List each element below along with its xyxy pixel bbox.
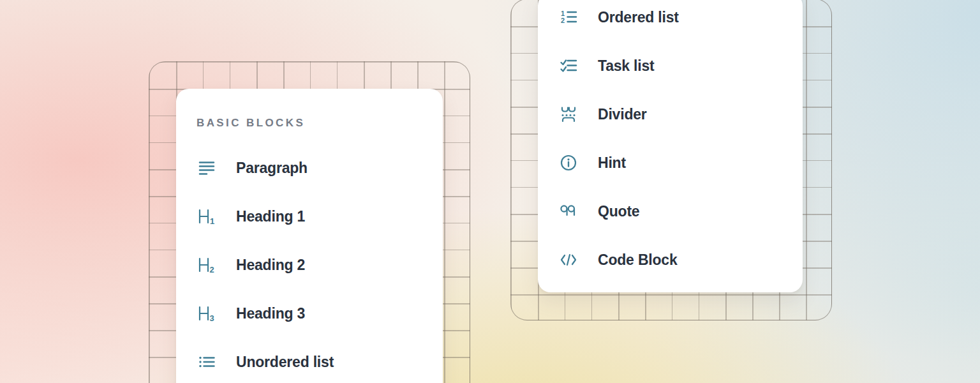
basic-blocks-menu: BASIC BLOCKS Paragraph Heading 1 Heading… bbox=[176, 89, 443, 383]
list-item-label: Task list bbox=[598, 57, 655, 75]
list-item-label: Heading 1 bbox=[236, 208, 305, 225]
basic-blocks-section-label: BASIC BLOCKS bbox=[197, 116, 443, 131]
list-item[interactable]: Ordered list bbox=[538, 0, 803, 41]
list-item-label: Heading 3 bbox=[236, 305, 305, 322]
list-item-label: Ordered list bbox=[598, 9, 679, 26]
basic-blocks-item-list: Paragraph Heading 1 Heading 2 Heading 3 … bbox=[176, 144, 443, 383]
list-item[interactable]: Code Block bbox=[538, 236, 803, 284]
heading-1-icon bbox=[196, 206, 218, 227]
list-item[interactable]: Heading 1 bbox=[176, 192, 443, 241]
list-item[interactable]: Task list bbox=[538, 41, 803, 90]
list-item-label: Code Block bbox=[598, 252, 678, 269]
quote-icon bbox=[558, 200, 579, 222]
list-item-label: Quote bbox=[598, 203, 639, 220]
list-item-label: Paragraph bbox=[236, 160, 308, 177]
more-blocks-menu: Ordered list Task list Divider Hint Quot… bbox=[538, 0, 803, 292]
list-item[interactable]: Quote bbox=[538, 187, 803, 236]
code-block-icon bbox=[558, 249, 579, 271]
hint-icon bbox=[558, 152, 579, 174]
unordered-list-icon bbox=[196, 351, 218, 373]
heading-2-icon bbox=[196, 254, 218, 276]
list-item-label: Divider bbox=[598, 106, 647, 123]
list-item-label: Heading 2 bbox=[236, 257, 305, 274]
paragraph-icon bbox=[196, 157, 218, 179]
list-item[interactable]: Heading 3 bbox=[176, 289, 443, 338]
divider-icon bbox=[558, 103, 579, 125]
ordered-list-icon bbox=[558, 6, 579, 28]
list-item[interactable]: Heading 2 bbox=[176, 241, 443, 289]
list-item[interactable]: Paragraph bbox=[176, 144, 443, 192]
list-item-label: Hint bbox=[598, 154, 626, 172]
list-item-label: Unordered list bbox=[236, 354, 334, 371]
more-blocks-item-list: Ordered list Task list Divider Hint Quot… bbox=[538, 0, 803, 284]
canvas: { "colors": { "accent": "#3e7e95", "item… bbox=[0, 0, 980, 383]
task-list-icon bbox=[558, 55, 579, 77]
list-item[interactable]: Unordered list bbox=[176, 338, 443, 383]
heading-3-icon bbox=[196, 303, 218, 324]
list-item[interactable]: Divider bbox=[538, 90, 803, 139]
list-item[interactable]: Hint bbox=[538, 139, 803, 187]
